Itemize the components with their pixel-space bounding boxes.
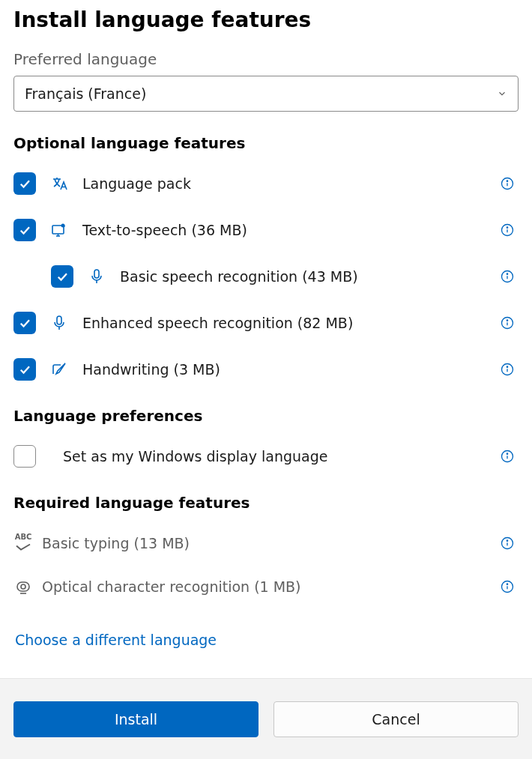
svg-point-25 (507, 453, 507, 454)
svg-point-34 (507, 584, 507, 584)
preferred-language-value: Français (France) (25, 85, 146, 102)
checkbox-language-pack[interactable] (13, 172, 36, 195)
label-handwriting: Handwriting (3 MB) (82, 361, 486, 378)
label-basic-speech: Basic speech recognition (43 MB) (120, 268, 486, 285)
handwriting-icon (49, 360, 69, 379)
checkbox-tts[interactable] (13, 219, 36, 241)
svg-rect-29 (17, 582, 29, 591)
ocr-icon (13, 577, 33, 596)
info-icon[interactable] (499, 448, 516, 465)
svg-point-14 (507, 273, 507, 274)
checkbox-basic-speech[interactable] (51, 265, 73, 288)
label-basic-typing: Basic typing (13 MB) (42, 535, 489, 551)
checkbox-handwriting[interactable] (13, 358, 36, 381)
label-language-pack: Language pack (82, 175, 486, 192)
svg-point-22 (507, 366, 507, 367)
label-display-language: Set as my Windows display language (63, 448, 486, 465)
info-icon[interactable] (499, 268, 516, 285)
info-icon[interactable] (499, 535, 516, 551)
preferred-language-dropdown[interactable]: Français (France) (13, 76, 519, 112)
install-button[interactable]: Install (13, 701, 259, 737)
option-tts: Text-to-speech (36 MB) (13, 212, 519, 248)
label-ocr: Optical character recognition (1 MB) (42, 578, 489, 595)
label-tts: Text-to-speech (36 MB) (82, 222, 486, 238)
label-enhanced-speech: Enhanced speech recognition (82 MB) (82, 315, 486, 331)
option-basic-speech: Basic speech recognition (43 MB) (13, 258, 519, 294)
info-icon[interactable] (499, 578, 516, 595)
microphone-icon (87, 267, 106, 286)
language-pack-icon (49, 174, 69, 193)
svg-point-2 (507, 181, 507, 181)
option-handwriting: Handwriting (3 MB) (13, 351, 519, 387)
info-icon[interactable] (499, 315, 516, 331)
svg-point-6 (61, 224, 65, 228)
choose-different-language-link[interactable]: Choose a different language (13, 632, 519, 648)
footer: Install Cancel (0, 678, 532, 759)
option-enhanced-speech: Enhanced speech recognition (82 MB) (13, 305, 519, 341)
info-icon[interactable] (499, 222, 516, 238)
cancel-button[interactable]: Cancel (273, 701, 519, 737)
info-icon[interactable] (499, 175, 516, 192)
language-preferences-heading: Language preferences (13, 407, 519, 425)
svg-point-30 (21, 584, 25, 589)
svg-point-19 (507, 320, 507, 321)
required-basic-typing: ABC Basic typing (13 MB) (13, 525, 519, 561)
tts-icon (49, 220, 69, 240)
checkbox-enhanced-speech[interactable] (13, 312, 36, 334)
option-language-pack: Language pack (13, 166, 519, 202)
info-icon[interactable] (499, 361, 516, 378)
option-display-language: Set as my Windows display language (13, 438, 519, 474)
required-ocr: Optical character recognition (1 MB) (13, 569, 519, 605)
svg-point-9 (507, 227, 507, 228)
typing-icon: ABC (13, 533, 33, 553)
microphone-icon (49, 313, 69, 333)
page-title: Install language features (13, 7, 519, 32)
preferred-language-label: Preferred language (13, 50, 519, 68)
svg-rect-10 (94, 270, 99, 278)
optional-features-heading: Optional language features (13, 134, 519, 152)
svg-rect-15 (57, 316, 61, 324)
checkbox-display-language[interactable] (13, 445, 36, 468)
chevron-down-icon (497, 88, 507, 99)
required-features-heading: Required language features (13, 494, 519, 512)
svg-point-28 (507, 540, 507, 541)
